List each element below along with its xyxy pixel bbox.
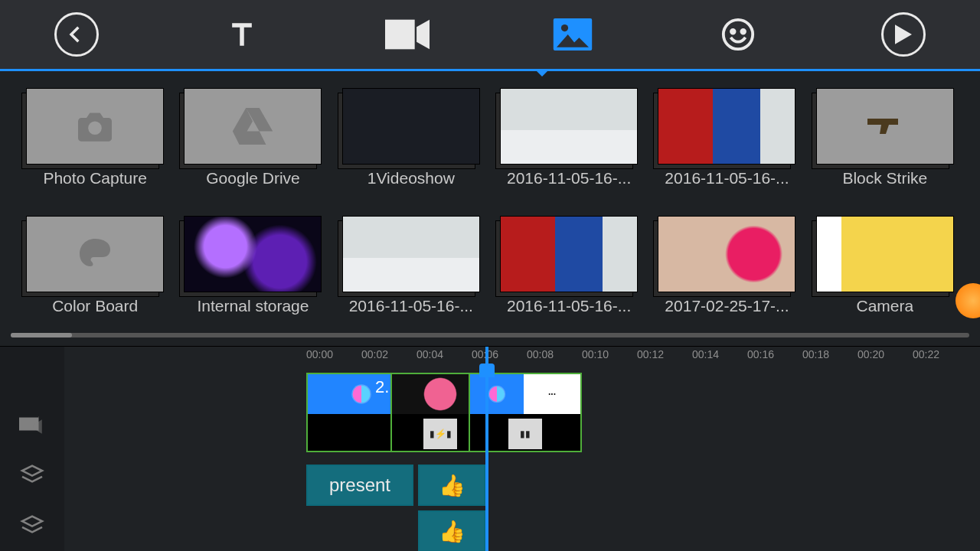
text-tab[interactable] <box>219 11 265 57</box>
thumbnail <box>500 216 638 292</box>
tile-photo[interactable]: 2016-11-05-16-... <box>655 88 799 202</box>
tile-label: Google Drive <box>206 169 300 187</box>
thumbnail <box>342 216 480 292</box>
tile-block-strike[interactable]: Block Strike <box>813 88 957 202</box>
svg-rect-8 <box>19 414 39 417</box>
svg-point-4 <box>731 30 735 34</box>
clip-thumb <box>470 374 524 414</box>
tile-label: 2017-02-25-17-... <box>665 297 789 315</box>
tile-photo[interactable]: 2016-11-05-16-... <box>497 216 641 330</box>
tick: 00:18 <box>802 348 858 365</box>
layers-icon[interactable] <box>20 514 44 537</box>
tick: 00:02 <box>361 348 416 365</box>
tile-label: 2016-11-05-16-... <box>349 297 473 315</box>
layers-icon[interactable] <box>20 464 44 487</box>
tick: 00:10 <box>582 348 637 365</box>
thumbnail <box>342 88 480 165</box>
tile-photo[interactable]: 2016-11-05-16-... <box>497 88 641 202</box>
tile-photo[interactable]: 2017-02-25-17-... <box>655 216 799 330</box>
active-tab-pointer <box>534 69 550 77</box>
tick: 00:00 <box>306 348 361 365</box>
photo-tab[interactable] <box>550 11 596 57</box>
sticker-clip[interactable]: 👍 <box>418 510 485 551</box>
thumbnail <box>500 88 638 165</box>
timeline[interactable]: 00:00 00:02 00:04 00:06 00:08 00:10 00:1… <box>0 346 980 551</box>
camcorder-icon <box>385 19 430 50</box>
arrow-left-icon <box>54 12 99 57</box>
tile-label: 2016-11-05-16-... <box>507 297 631 315</box>
tick: 00:06 <box>472 348 527 365</box>
overlay-label: present <box>329 474 390 496</box>
svg-point-3 <box>724 20 753 49</box>
track-headers <box>0 347 64 551</box>
playhead[interactable] <box>485 347 488 551</box>
gun-icon <box>817 89 953 164</box>
tile-label: Color Board <box>52 297 138 315</box>
tick: 00:08 <box>527 348 582 365</box>
smile-icon <box>720 17 756 52</box>
clip-thumb: ··· <box>524 374 580 414</box>
drive-icon <box>185 89 321 164</box>
text-overlay-clip[interactable]: present <box>306 465 413 506</box>
sticker-clip[interactable]: 👍 <box>418 465 485 506</box>
tile-videoshow[interactable]: 1Videoshow <box>339 88 483 202</box>
camera-icon <box>27 89 163 164</box>
grid-scrollbar[interactable] <box>11 333 969 337</box>
tile-label: Photo Capture <box>43 169 146 187</box>
play-icon <box>881 12 926 57</box>
tile-label: Camera <box>856 297 913 315</box>
tick: 00:20 <box>858 348 913 365</box>
tick: 00:12 <box>637 348 692 365</box>
tile-label: 1Videoshow <box>368 169 455 187</box>
svg-rect-9 <box>19 430 39 433</box>
palette-icon <box>27 217 163 292</box>
thumbnail <box>816 216 954 292</box>
tile-photo[interactable]: 2016-11-05-16-... <box>339 216 483 330</box>
tile-photo-capture[interactable]: Photo Capture <box>23 88 167 202</box>
tile-label: Block Strike <box>842 169 927 187</box>
tile-label: 2016-11-05-16-... <box>665 169 789 187</box>
tick: 00:22 <box>913 348 968 365</box>
thumbs-up-icon: 👍 <box>439 519 466 544</box>
tick: 00:16 <box>747 348 802 365</box>
back-button[interactable] <box>54 11 100 57</box>
svg-point-6 <box>88 121 102 135</box>
transition-icon[interactable]: ▮⚡▮ <box>423 419 457 449</box>
thumbs-up-icon: 👍 <box>439 473 466 498</box>
thumbnail <box>184 216 322 292</box>
svg-point-5 <box>741 30 745 34</box>
play-button[interactable] <box>880 11 926 57</box>
tile-color-board[interactable]: Color Board <box>23 216 167 330</box>
tile-google-drive[interactable]: Google Drive <box>181 88 325 202</box>
thumbnail <box>658 88 795 165</box>
video-tab[interactable] <box>384 11 430 57</box>
overlay-track-2[interactable]: 👍 <box>418 510 485 551</box>
tile-internal-storage[interactable]: Internal storage <box>181 216 325 330</box>
overlay-track-1[interactable]: present 👍 <box>306 465 485 506</box>
video-track-icon[interactable] <box>19 414 45 437</box>
svg-rect-0 <box>385 20 415 50</box>
svg-point-2 <box>561 24 568 31</box>
photo-icon <box>553 18 593 51</box>
thumbnail <box>658 216 795 292</box>
emoji-tab[interactable] <box>715 11 761 57</box>
tile-label: 2016-11-05-16-... <box>507 169 631 187</box>
time-ruler[interactable]: 00:00 00:02 00:04 00:06 00:08 00:10 00:1… <box>306 348 972 365</box>
media-grid: Photo Capture Google Drive 1Videoshow 20… <box>0 71 980 333</box>
text-icon <box>225 18 259 51</box>
tick: 00:14 <box>692 348 747 365</box>
tick: 00:04 <box>416 348 472 365</box>
tile-label: Internal storage <box>198 297 309 315</box>
tile-camera-folder[interactable]: Camera <box>813 216 957 330</box>
transition-icon[interactable]: ▮▮ <box>508 419 542 449</box>
top-toolbar <box>0 0 980 69</box>
